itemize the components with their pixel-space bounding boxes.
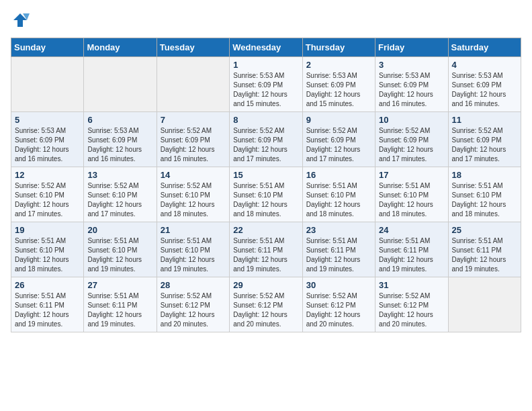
day-number: 16 (306, 170, 371, 180)
calendar-cell: 4Sunrise: 5:53 AM Sunset: 6:09 PM Daylig… (448, 57, 521, 112)
calendar-cell: 21Sunrise: 5:51 AM Sunset: 6:10 PM Dayli… (157, 222, 229, 277)
day-number: 15 (233, 170, 298, 180)
day-number: 19 (15, 225, 80, 235)
calendar-cell (448, 277, 521, 332)
day-number: 20 (87, 225, 152, 235)
calendar-header: SundayMondayTuesdayWednesdayThursdayFrid… (11, 38, 521, 57)
calendar-cell: 22Sunrise: 5:51 AM Sunset: 6:11 PM Dayli… (230, 222, 302, 277)
day-number: 9 (306, 115, 371, 125)
calendar-cell: 18Sunrise: 5:51 AM Sunset: 6:10 PM Dayli… (448, 167, 521, 222)
calendar-cell: 24Sunrise: 5:51 AM Sunset: 6:11 PM Dayli… (375, 222, 448, 277)
calendar-cell: 13Sunrise: 5:52 AM Sunset: 6:10 PM Dayli… (84, 167, 157, 222)
day-number: 7 (161, 115, 226, 125)
day-number: 29 (233, 280, 298, 290)
logo-icon (11, 11, 30, 30)
day-number: 3 (379, 60, 444, 70)
day-info: Sunrise: 5:51 AM Sunset: 6:11 PM Dayligh… (233, 236, 298, 274)
calendar-cell: 19Sunrise: 5:51 AM Sunset: 6:10 PM Dayli… (11, 222, 84, 277)
day-info: Sunrise: 5:51 AM Sunset: 6:10 PM Dayligh… (452, 181, 517, 219)
day-info: Sunrise: 5:53 AM Sunset: 6:09 PM Dayligh… (233, 71, 298, 109)
header-sunday: Sunday (11, 38, 84, 57)
week-row-2: 12Sunrise: 5:52 AM Sunset: 6:10 PM Dayli… (11, 167, 521, 222)
calendar-cell: 15Sunrise: 5:51 AM Sunset: 6:10 PM Dayli… (230, 167, 302, 222)
page-header (11, 11, 521, 30)
day-info: Sunrise: 5:52 AM Sunset: 6:09 PM Dayligh… (452, 126, 517, 164)
calendar-cell: 11Sunrise: 5:52 AM Sunset: 6:09 PM Dayli… (448, 112, 521, 167)
day-number: 17 (379, 170, 444, 180)
day-number: 8 (233, 115, 298, 125)
day-number: 10 (379, 115, 444, 125)
day-number: 28 (161, 280, 226, 290)
day-info: Sunrise: 5:51 AM Sunset: 6:10 PM Dayligh… (15, 236, 80, 274)
week-row-1: 5Sunrise: 5:53 AM Sunset: 6:09 PM Daylig… (11, 112, 521, 167)
week-row-4: 26Sunrise: 5:51 AM Sunset: 6:11 PM Dayli… (11, 277, 521, 332)
day-info: Sunrise: 5:51 AM Sunset: 6:11 PM Dayligh… (306, 236, 371, 274)
day-number: 4 (452, 60, 517, 70)
day-number: 6 (87, 115, 152, 125)
day-info: Sunrise: 5:52 AM Sunset: 6:09 PM Dayligh… (379, 126, 444, 164)
day-info: Sunrise: 5:52 AM Sunset: 6:12 PM Dayligh… (306, 291, 371, 329)
day-info: Sunrise: 5:51 AM Sunset: 6:10 PM Dayligh… (233, 181, 298, 219)
week-row-3: 19Sunrise: 5:51 AM Sunset: 6:10 PM Dayli… (11, 222, 521, 277)
day-number: 1 (233, 60, 298, 70)
day-number: 12 (15, 170, 80, 180)
header-tuesday: Tuesday (157, 38, 229, 57)
calendar-cell: 25Sunrise: 5:51 AM Sunset: 6:11 PM Dayli… (448, 222, 521, 277)
day-info: Sunrise: 5:52 AM Sunset: 6:12 PM Dayligh… (161, 291, 226, 329)
calendar-cell: 31Sunrise: 5:52 AM Sunset: 6:12 PM Dayli… (375, 277, 448, 332)
day-number: 31 (379, 280, 444, 290)
calendar-cell: 6Sunrise: 5:53 AM Sunset: 6:09 PM Daylig… (84, 112, 157, 167)
day-number: 27 (87, 280, 152, 290)
header-saturday: Saturday (448, 38, 521, 57)
day-info: Sunrise: 5:51 AM Sunset: 6:10 PM Dayligh… (161, 236, 226, 274)
calendar-cell: 12Sunrise: 5:52 AM Sunset: 6:10 PM Dayli… (11, 167, 84, 222)
day-number: 14 (161, 170, 226, 180)
calendar-cell: 23Sunrise: 5:51 AM Sunset: 6:11 PM Dayli… (302, 222, 375, 277)
header-thursday: Thursday (302, 38, 375, 57)
day-info: Sunrise: 5:52 AM Sunset: 6:12 PM Dayligh… (233, 291, 298, 329)
day-info: Sunrise: 5:52 AM Sunset: 6:09 PM Dayligh… (233, 126, 298, 164)
calendar-cell: 5Sunrise: 5:53 AM Sunset: 6:09 PM Daylig… (11, 112, 84, 167)
day-info: Sunrise: 5:52 AM Sunset: 6:10 PM Dayligh… (15, 181, 80, 219)
calendar-cell: 10Sunrise: 5:52 AM Sunset: 6:09 PM Dayli… (375, 112, 448, 167)
day-number: 2 (306, 60, 371, 70)
calendar-cell: 28Sunrise: 5:52 AM Sunset: 6:12 PM Dayli… (157, 277, 229, 332)
calendar-cell (157, 57, 229, 112)
day-info: Sunrise: 5:52 AM Sunset: 6:10 PM Dayligh… (161, 181, 226, 219)
header-monday: Monday (84, 38, 157, 57)
day-info: Sunrise: 5:51 AM Sunset: 6:10 PM Dayligh… (379, 181, 444, 219)
day-info: Sunrise: 5:51 AM Sunset: 6:11 PM Dayligh… (379, 236, 444, 274)
calendar-cell: 27Sunrise: 5:51 AM Sunset: 6:11 PM Dayli… (84, 277, 157, 332)
day-number: 23 (306, 225, 371, 235)
header-wednesday: Wednesday (230, 38, 302, 57)
calendar-cell (84, 57, 157, 112)
day-info: Sunrise: 5:53 AM Sunset: 6:09 PM Dayligh… (452, 71, 517, 109)
day-number: 21 (161, 225, 226, 235)
day-number: 24 (379, 225, 444, 235)
day-number: 13 (87, 170, 152, 180)
day-info: Sunrise: 5:51 AM Sunset: 6:10 PM Dayligh… (87, 236, 152, 274)
calendar-cell: 20Sunrise: 5:51 AM Sunset: 6:10 PM Dayli… (84, 222, 157, 277)
calendar-cell: 2Sunrise: 5:53 AM Sunset: 6:09 PM Daylig… (302, 57, 375, 112)
day-info: Sunrise: 5:53 AM Sunset: 6:09 PM Dayligh… (379, 71, 444, 109)
calendar-cell: 16Sunrise: 5:51 AM Sunset: 6:10 PM Dayli… (302, 167, 375, 222)
header-friday: Friday (375, 38, 448, 57)
day-info: Sunrise: 5:53 AM Sunset: 6:09 PM Dayligh… (15, 126, 80, 164)
day-info: Sunrise: 5:52 AM Sunset: 6:10 PM Dayligh… (87, 181, 152, 219)
week-row-0: 1Sunrise: 5:53 AM Sunset: 6:09 PM Daylig… (11, 57, 521, 112)
logo (11, 11, 32, 30)
day-info: Sunrise: 5:52 AM Sunset: 6:12 PM Dayligh… (379, 291, 444, 329)
calendar-table: SundayMondayTuesdayWednesdayThursdayFrid… (11, 38, 521, 332)
day-info: Sunrise: 5:52 AM Sunset: 6:09 PM Dayligh… (306, 126, 371, 164)
day-info: Sunrise: 5:53 AM Sunset: 6:09 PM Dayligh… (306, 71, 371, 109)
calendar-cell: 9Sunrise: 5:52 AM Sunset: 6:09 PM Daylig… (302, 112, 375, 167)
calendar-cell: 14Sunrise: 5:52 AM Sunset: 6:10 PM Dayli… (157, 167, 229, 222)
day-number: 26 (15, 280, 80, 290)
day-info: Sunrise: 5:52 AM Sunset: 6:09 PM Dayligh… (161, 126, 226, 164)
calendar-body: 1Sunrise: 5:53 AM Sunset: 6:09 PM Daylig… (11, 57, 521, 332)
day-number: 22 (233, 225, 298, 235)
calendar-cell: 29Sunrise: 5:52 AM Sunset: 6:12 PM Dayli… (230, 277, 302, 332)
day-number: 11 (452, 115, 517, 125)
day-number: 18 (452, 170, 517, 180)
day-number: 5 (15, 115, 80, 125)
